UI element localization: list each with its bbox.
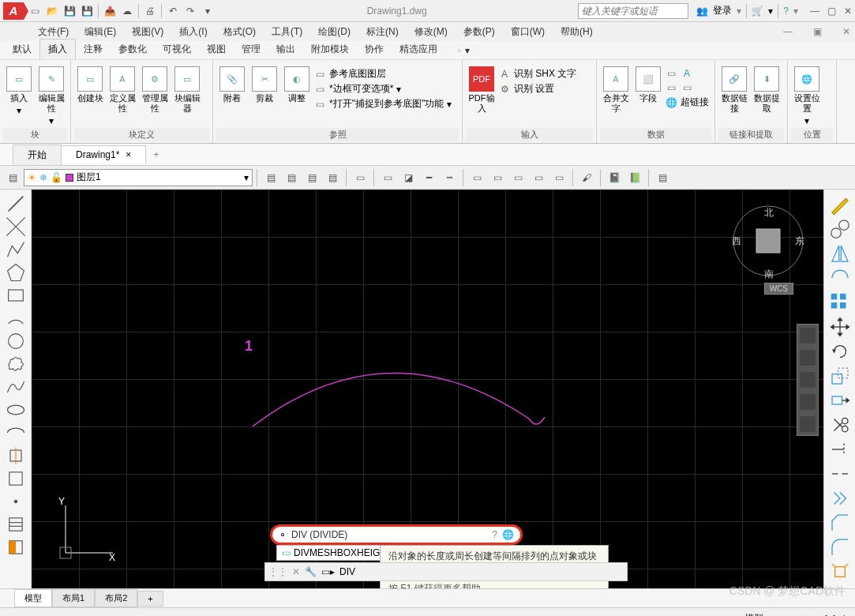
circle-icon[interactable]	[5, 330, 27, 352]
nav-pan-icon[interactable]	[800, 350, 816, 366]
ribbon-expand-icon[interactable]: ▫️▾	[445, 42, 478, 59]
layer-iso-icon[interactable]: ▤	[282, 168, 301, 187]
doc-tab-drawing1[interactable]: Drawing1*×	[61, 145, 146, 163]
ribbon-tab-annotate[interactable]: 注释	[76, 39, 111, 59]
notes-icon[interactable]: 📓	[605, 168, 624, 187]
cmdline-close-icon[interactable]: ✕	[292, 566, 300, 577]
doc-tab-add[interactable]: +	[145, 146, 167, 163]
status-model[interactable]: 模型	[744, 612, 763, 616]
status-gear-icon[interactable]: ⚙	[840, 614, 849, 617]
layer-iso2-icon[interactable]: ▭	[508, 168, 527, 187]
measure-icon[interactable]: ▭	[467, 168, 486, 187]
print-icon[interactable]: 🖨	[142, 3, 158, 19]
layer-manager-icon[interactable]: ▤	[3, 168, 22, 187]
mirror-icon[interactable]	[828, 242, 852, 265]
help-dropdown-icon[interactable]: ▾	[793, 6, 798, 17]
menu-tools[interactable]: 工具(T)	[272, 25, 302, 39]
color-swatch-icon[interactable]: ◪	[399, 168, 418, 187]
ellipse-icon[interactable]	[5, 399, 27, 421]
app-logo[interactable]: A	[3, 2, 24, 20]
lineweight-icon[interactable]: ━	[419, 168, 438, 187]
combine-text-button[interactable]: A合并文字	[600, 65, 632, 115]
fillet-icon[interactable]	[828, 535, 852, 559]
arc-icon[interactable]	[5, 307, 27, 329]
field-button[interactable]: ⬜字段	[632, 65, 664, 105]
line-icon[interactable]	[5, 193, 27, 215]
cloud-icon[interactable]: ☁	[119, 3, 135, 19]
edit-attr-button[interactable]: ✎编辑属性▾	[36, 65, 67, 128]
doc-tab-start[interactable]: 开始	[13, 145, 62, 165]
status-scale[interactable]: 1:1	[823, 614, 837, 617]
make-block-icon[interactable]	[5, 468, 27, 490]
minimize-icon[interactable]: —	[810, 6, 819, 17]
status-osnap-icon[interactable]: ⊡	[812, 614, 820, 617]
ribbon-tab-collab[interactable]: 协作	[357, 39, 392, 59]
manage-attr-button[interactable]: ⚙管理属性	[139, 65, 171, 115]
copy-props-icon[interactable]: ▭	[488, 168, 507, 187]
menu-format[interactable]: 格式(O)	[223, 25, 256, 39]
saveas-icon[interactable]: 💾	[79, 3, 95, 19]
attach-button[interactable]: 📎附着	[216, 65, 248, 105]
insert-block-icon[interactable]	[5, 445, 27, 467]
data-link-button[interactable]: 🔗数据链接	[718, 65, 750, 115]
save-icon[interactable]: 💾	[62, 3, 77, 19]
revcloud-icon[interactable]	[5, 353, 27, 375]
menu-view[interactable]: 视图(V)	[132, 25, 163, 39]
menu-dim[interactable]: 标注(N)	[366, 25, 399, 39]
array-icon[interactable]	[828, 291, 852, 314]
join-icon[interactable]	[828, 486, 852, 510]
navigation-bar[interactable]	[797, 324, 819, 436]
viewcube[interactable]: 北 南 西 东	[729, 201, 808, 280]
share-icon[interactable]: 📤	[102, 3, 118, 19]
user-icon[interactable]: 👥	[696, 6, 708, 17]
search-input[interactable]	[578, 3, 688, 19]
block-editor-button[interactable]: ▭块编辑器	[171, 65, 203, 115]
tab-close-icon[interactable]: ×	[126, 149, 131, 160]
define-attr-button[interactable]: A定义属性	[107, 65, 138, 115]
spline-icon[interactable]	[5, 376, 27, 398]
ribbon-tab-featured[interactable]: 精选应用	[392, 39, 445, 59]
nav-orbit-icon[interactable]	[800, 394, 816, 410]
stretch-icon[interactable]	[828, 389, 852, 412]
menu-help[interactable]: 帮助(H)	[561, 25, 593, 39]
cart-icon[interactable]: 🛒	[752, 6, 763, 17]
close-icon[interactable]: ✕	[844, 6, 852, 17]
open-icon[interactable]: 📂	[44, 3, 60, 19]
clip-button[interactable]: ✂剪裁	[249, 65, 280, 105]
trim-icon[interactable]	[828, 413, 852, 437]
maximize-icon[interactable]: ▢	[827, 6, 836, 17]
pdf-import-button[interactable]: PDFPDF输入	[466, 65, 497, 115]
polygon-icon[interactable]	[5, 261, 27, 284]
brush-icon[interactable]: 🖌	[577, 168, 596, 187]
qat-dropdown-icon[interactable]: ▾	[200, 3, 216, 19]
insert-block-button[interactable]: ▭插入▾	[3, 65, 35, 118]
layout1-tab[interactable]: 布局1	[52, 589, 95, 607]
polyline-icon[interactable]	[5, 239, 27, 261]
help-badge-icon[interactable]: ?	[492, 529, 497, 540]
scale-icon[interactable]	[828, 364, 852, 388]
status-ortho-icon[interactable]: ∟	[789, 614, 799, 617]
match-props-icon[interactable]: ▭	[378, 168, 397, 187]
nav-zoom-icon[interactable]	[800, 372, 816, 388]
recognize-shx-button[interactable]: A识别 SHX 文字	[498, 67, 576, 81]
status-grid-icon[interactable]: ▦	[767, 614, 775, 617]
layout2-tab[interactable]: 布局2	[95, 589, 137, 607]
ribbon-tab-view[interactable]: 视图	[199, 39, 234, 59]
dynamic-input-box[interactable]: ⚬ DIV (DIVIDE) ? 🌐	[270, 524, 523, 545]
command-line[interactable]: ⋮⋮ ✕ 🔧 ▭▸ DIV	[264, 562, 628, 581]
construction-line-icon[interactable]	[5, 216, 27, 238]
ribbon-tab-output[interactable]: 输出	[268, 39, 303, 59]
add-layout-tab[interactable]: +	[137, 591, 163, 607]
drawing-canvas[interactable]: 1 XY 北 南 西 东 WCS ⚬	[32, 190, 823, 588]
pencil-icon[interactable]	[828, 193, 852, 216]
wcs-badge[interactable]: WCS	[764, 283, 793, 295]
snap-underlay-button[interactable]: ▭*打开"捕捉到参考底图"功能▾	[313, 97, 452, 111]
layer-off-icon[interactable]: ▭	[529, 168, 548, 187]
doc-close-icon[interactable]: ✕	[842, 26, 855, 37]
frames-vary-button[interactable]: ▭*边框可变选项*▾	[313, 82, 452, 96]
menu-insert[interactable]: 插入(I)	[179, 25, 207, 39]
gradient-icon[interactable]	[5, 536, 27, 558]
app-home-icon[interactable]: ▾	[768, 6, 773, 17]
rotate-icon[interactable]	[828, 340, 852, 363]
menu-param[interactable]: 参数(P)	[463, 25, 495, 39]
